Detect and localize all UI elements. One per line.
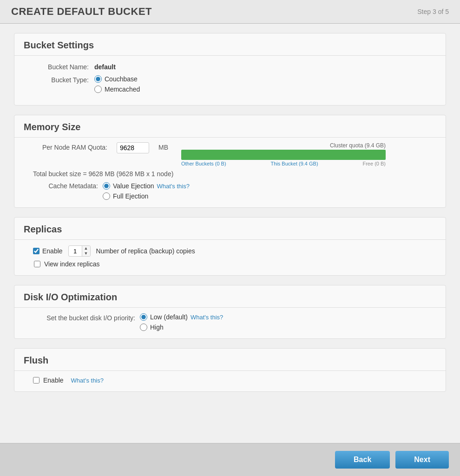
flush-enable-row: Enable What's this? — [33, 377, 436, 384]
flush-section: Flush Enable What's this? — [14, 348, 446, 392]
memcached-label: Memcached — [105, 86, 140, 93]
back-button[interactable]: Back — [335, 451, 390, 469]
disk-high-option[interactable]: High — [140, 324, 223, 331]
disk-high-label: High — [150, 324, 164, 331]
cache-whats-this-link[interactable]: What's this? — [157, 183, 189, 190]
per-node-input[interactable] — [117, 142, 149, 153]
bucket-settings-body: Bucket Name: default Bucket Type: Couchb… — [14, 56, 446, 105]
bucket-type-memcached[interactable]: Memcached — [94, 86, 140, 93]
couchbase-radio[interactable] — [94, 75, 102, 83]
replicas-section: Replicas Enable ▲ ▼ Number of replica (b… — [14, 217, 446, 276]
quota-bar-area: Cluster quota (9.4 GB) Other Buckets (0 … — [181, 142, 386, 166]
spinner-up-button[interactable]: ▲ — [82, 246, 90, 251]
full-ejection-label: Full Ejection — [113, 192, 148, 200]
replica-count-input[interactable] — [69, 247, 82, 256]
page-title: CREATE DEFAULT BUCKET — [11, 6, 152, 18]
other-buckets-label: Other Buckets (0 B) — [181, 161, 226, 166]
per-node-unit: MB — [158, 142, 168, 151]
step-indicator: Step 3 of 5 — [417, 8, 449, 15]
view-index-label[interactable]: View index replicas — [44, 260, 100, 268]
quota-bar — [181, 150, 386, 160]
disk-priority-container: Set the bucket disk I/O priority: Low (d… — [33, 313, 436, 331]
ram-quota-row: Per Node RAM Quota: MB Cluster quota (9.… — [33, 142, 436, 166]
cache-metadata-label: Cache Metadata: — [33, 182, 98, 190]
flush-enable-label[interactable]: Enable — [43, 377, 64, 384]
bucket-type-couchbase[interactable]: Couchbase — [94, 75, 140, 83]
bucket-type-row: Bucket Type: Couchbase Memcached — [33, 75, 436, 93]
cache-metadata-row: Cache Metadata: Value Ejection What's th… — [33, 182, 436, 200]
flush-whats-this-link[interactable]: What's this? — [71, 377, 104, 384]
replica-enable-label[interactable]: Enable — [33, 247, 63, 255]
memory-size-section: Memory Size Per Node RAM Quota: MB Clust… — [14, 115, 446, 208]
per-node-label: Per Node RAM Quota: — [33, 142, 107, 151]
this-bucket-label: This Bucket (9.4 GB) — [270, 161, 318, 166]
replicas-title: Replicas — [14, 218, 446, 240]
bucket-settings-section: Bucket Settings Bucket Name: default Buc… — [14, 33, 446, 106]
bucket-name-label: Bucket Name: — [33, 63, 89, 71]
bucket-settings-title: Bucket Settings — [14, 33, 446, 56]
view-index-checkbox[interactable] — [34, 261, 40, 267]
disk-io-section: Disk I/O Optimization Set the bucket dis… — [14, 285, 446, 339]
disk-io-title: Disk I/O Optimization — [14, 285, 446, 308]
cluster-quota-label: Cluster quota (9.4 GB) — [181, 142, 386, 149]
disk-high-radio[interactable] — [140, 324, 147, 331]
disk-low-label: Low (default) — [150, 313, 188, 321]
memcached-radio[interactable] — [94, 86, 102, 93]
replica-count-spinner[interactable]: ▲ ▼ — [68, 245, 91, 257]
bucket-type-label: Bucket Type: — [33, 75, 89, 84]
replicas-body: Enable ▲ ▼ Number of replica (backup) co… — [14, 240, 446, 275]
flush-title: Flush — [14, 349, 446, 371]
flush-enable-checkbox[interactable] — [33, 377, 39, 383]
replica-enable-row: Enable ▲ ▼ Number of replica (backup) co… — [33, 245, 436, 257]
full-ejection-option[interactable]: Full Ejection — [103, 192, 190, 200]
disk-whats-this-link[interactable]: What's this? — [191, 314, 223, 321]
free-label: Free (0 B) — [362, 161, 386, 166]
main-content: Bucket Settings Bucket Name: default Buc… — [0, 24, 460, 461]
replica-enable-checkbox[interactable] — [33, 248, 39, 254]
disk-priority-options: Low (default) What's this? High — [140, 313, 223, 331]
spinner-arrows: ▲ ▼ — [82, 246, 90, 256]
cache-options: Value Ejection What's this? Full Ejectio… — [103, 182, 190, 200]
next-button[interactable]: Next — [395, 451, 449, 469]
value-ejection-label: Value Ejection — [113, 182, 154, 190]
disk-low-radio[interactable] — [140, 313, 147, 321]
memory-size-title: Memory Size — [14, 115, 446, 138]
flush-body: Enable What's this? — [14, 371, 446, 391]
quota-bar-labels: Other Buckets (0 B) This Bucket (9.4 GB)… — [181, 161, 386, 166]
disk-priority-label: Set the bucket disk I/O priority: — [33, 313, 135, 322]
value-ejection-option[interactable]: Value Ejection What's this? — [103, 182, 190, 190]
header: CREATE DEFAULT BUCKET Step 3 of 5 — [0, 0, 460, 24]
full-ejection-radio[interactable] — [103, 192, 110, 200]
total-size-text: Total bucket size = 9628 MB (9628 MB x 1… — [33, 170, 173, 178]
bucket-type-options: Couchbase Memcached — [94, 75, 140, 93]
replica-enable-text: Enable — [42, 247, 63, 255]
disk-io-body: Set the bucket disk I/O priority: Low (d… — [14, 308, 446, 338]
bucket-name-value: default — [94, 63, 116, 71]
bucket-name-row: Bucket Name: default — [33, 63, 436, 71]
couchbase-label: Couchbase — [105, 75, 138, 83]
memory-size-body: Per Node RAM Quota: MB Cluster quota (9.… — [14, 138, 446, 207]
total-size-row: Total bucket size = 9628 MB (9628 MB x 1… — [33, 170, 436, 178]
spinner-down-button[interactable]: ▼ — [82, 251, 90, 256]
value-ejection-radio[interactable] — [103, 182, 110, 190]
disk-low-option[interactable]: Low (default) What's this? — [140, 313, 223, 321]
view-index-row: View index replicas — [34, 260, 436, 268]
replica-count-label: Number of replica (backup) copies — [96, 247, 195, 255]
footer: Back Next — [0, 443, 460, 476]
